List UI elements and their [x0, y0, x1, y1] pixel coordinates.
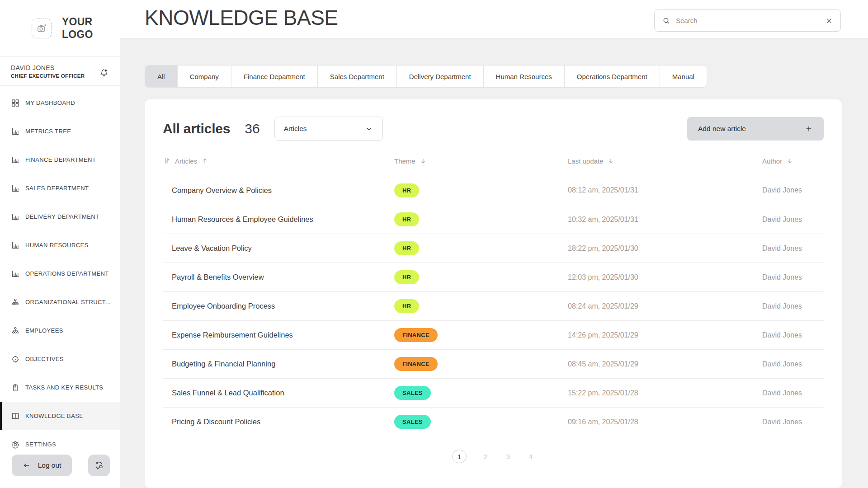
column-author-label: Author	[762, 157, 782, 165]
sidebar-item-employees[interactable]: EMPLOYEES	[0, 316, 120, 345]
articles-card: All articles 36 Articles Add new article	[145, 99, 842, 488]
article-last-update: 18:22 pm, 2025/01/30	[568, 244, 762, 253]
search-box	[654, 9, 841, 32]
article-row[interactable]: Company Overview & Policies HR 08:12 am,…	[163, 176, 824, 205]
articles-table: Company Overview & Policies HR 08:12 am,…	[163, 176, 824, 436]
tab-human-resources[interactable]: Human Resources	[483, 66, 564, 87]
search-input[interactable]	[676, 17, 820, 24]
sidebar-item-label: DELIVERY DEPARTMENT	[25, 213, 99, 220]
clear-search-button[interactable]	[825, 17, 833, 25]
category-tabs: AllCompanyFinance DepartmentSales Depart…	[145, 65, 707, 88]
logo-text: YOUR LOGO	[62, 16, 97, 40]
theme-badge: HR	[394, 270, 419, 284]
bar-chart-icon	[11, 212, 20, 221]
column-articles-label: Articles	[175, 157, 197, 165]
article-author: David Jones	[762, 389, 824, 397]
sidebar-item-operations-department[interactable]: OPERATIONS DEPARTMENT	[0, 259, 120, 288]
sidebar-item-metrics-tree[interactable]: METRICS TREE	[0, 117, 120, 145]
article-title: Sales Funnel & Lead Qualification	[163, 389, 394, 397]
sidebar-item-label: HUMAN RESOURCES	[25, 242, 89, 249]
sidebar-item-label: OBJECTIVES	[25, 356, 64, 362]
sort-desc-icon	[607, 157, 614, 164]
article-last-update: 12:03 pm, 2025/01/30	[568, 273, 762, 282]
org-chart-icon	[11, 326, 20, 335]
dashboard-icon	[11, 99, 20, 108]
column-theme[interactable]: Theme	[394, 157, 568, 165]
tab-company[interactable]: Company	[177, 66, 231, 87]
tab-label: Human Resources	[496, 73, 552, 80]
sidebar-item-finance-department[interactable]: FINANCE DEPARTMENT	[0, 145, 120, 174]
theme-badge: FINANCE	[394, 328, 438, 342]
column-articles[interactable]: Articles	[163, 157, 394, 165]
article-row[interactable]: Expense Reimbursement Guidelines FINANCE…	[163, 320, 824, 349]
sort-asc-icon	[201, 157, 208, 164]
article-row[interactable]: Employee Onboarding Process HR 08:24 am,…	[163, 291, 824, 320]
logout-button[interactable]: Log out	[12, 455, 72, 476]
screen-switch-button[interactable]	[88, 455, 110, 476]
sidebar-nav: MY DASHBOARD METRICS TREE FINANCE DEPART…	[0, 86, 120, 488]
article-author: David Jones	[762, 302, 824, 310]
column-last-update-label: Last update	[568, 157, 603, 165]
sidebar-footer: Log out	[0, 443, 119, 488]
article-title: Pricing & Discount Policies	[163, 418, 394, 426]
tab-operations-department[interactable]: Operations Department	[564, 66, 660, 87]
article-row[interactable]: Pricing & Discount Policies SALES 09:16 …	[163, 407, 824, 436]
add-article-label: Add new article	[698, 125, 746, 133]
sort-desc-icon	[786, 157, 793, 164]
sort-sliders-icon	[163, 157, 171, 165]
logo-section: YOUR LOGO	[0, 0, 120, 57]
sidebar-item-label: EMPLOYEES	[25, 327, 63, 334]
main-area: KNOWLEDGE BASE AllCompanyFinance Departm…	[120, 0, 868, 488]
article-row[interactable]: Human Resources & Employee Guidelines HR…	[163, 205, 824, 234]
tab-label: Company	[190, 73, 219, 80]
page-button-4[interactable]: 4	[527, 453, 534, 460]
sidebar-item-my-dashboard[interactable]: MY DASHBOARD	[0, 89, 120, 117]
article-author: David Jones	[762, 331, 824, 339]
sidebar-item-knowledge-base[interactable]: KNOWLEDGE BASE	[0, 402, 120, 430]
articles-type-value: Articles	[284, 125, 307, 133]
tab-finance-department[interactable]: Finance Department	[231, 66, 317, 87]
notifications-button[interactable]	[98, 67, 110, 79]
sidebar-item-sales-department[interactable]: SALES DEPARTMENT	[0, 174, 120, 202]
tab-delivery-department[interactable]: Delivery Department	[396, 66, 483, 87]
tab-all[interactable]: All	[145, 66, 177, 87]
column-author[interactable]: Author	[762, 157, 824, 165]
sidebar-item-organizational-struct[interactable]: ORGANIZATIONAL STRUCT...	[0, 288, 120, 316]
article-row[interactable]: Budgeting & Financial Planning FINANCE 0…	[163, 349, 824, 378]
article-last-update: 15:22 pm, 2025/01/28	[568, 389, 762, 397]
page-button-3[interactable]: 3	[505, 453, 512, 460]
plus-icon	[805, 125, 813, 133]
logout-label: Log out	[38, 461, 61, 469]
tab-sales-department[interactable]: Sales Department	[317, 66, 396, 87]
add-article-button[interactable]: Add new article	[687, 117, 824, 141]
column-last-update[interactable]: Last update	[568, 157, 762, 165]
theme-badge: HR	[394, 299, 419, 313]
sidebar-item-label: KNOWLEDGE BASE	[25, 413, 83, 419]
article-title: Employee Onboarding Process	[163, 302, 394, 310]
theme-badge: SALES	[394, 386, 431, 400]
article-title: Leave & Vacation Policy	[163, 244, 394, 253]
org-chart-icon	[11, 298, 20, 307]
book-icon	[11, 412, 20, 421]
article-row[interactable]: Payroll & Benefits Overview HR 12:03 pm,…	[163, 263, 824, 291]
page-header: KNOWLEDGE BASE	[120, 0, 868, 39]
sidebar-item-tasks-and-key-results[interactable]: TASKS AND KEY RESULTS	[0, 373, 120, 402]
page-button-2[interactable]: 2	[482, 453, 489, 460]
sidebar-item-objectives[interactable]: OBJECTIVES	[0, 345, 120, 373]
page-button-1[interactable]: 1	[452, 450, 467, 463]
tab-label: All	[157, 73, 165, 80]
tab-manual[interactable]: Manual	[660, 66, 707, 87]
sidebar-item-human-resources[interactable]: HUMAN RESOURCES	[0, 231, 120, 259]
articles-type-select[interactable]: Articles	[274, 117, 383, 141]
article-title: Company Overview & Policies	[163, 186, 394, 195]
article-row[interactable]: Leave & Vacation Policy HR 18:22 pm, 202…	[163, 234, 824, 263]
logo-upload[interactable]	[32, 19, 52, 38]
screen-refresh-icon	[94, 460, 104, 470]
content-area: AllCompanyFinance DepartmentSales Depart…	[120, 39, 868, 488]
card-head: All articles 36 Articles Add new article	[163, 99, 824, 153]
theme-badge: HR	[394, 183, 419, 197]
sidebar-item-delivery-department[interactable]: DELIVERY DEPARTMENT	[0, 202, 120, 231]
article-author: David Jones	[762, 186, 824, 194]
article-row[interactable]: Sales Funnel & Lead Qualification SALES …	[163, 378, 824, 407]
bar-chart-icon	[11, 269, 20, 278]
